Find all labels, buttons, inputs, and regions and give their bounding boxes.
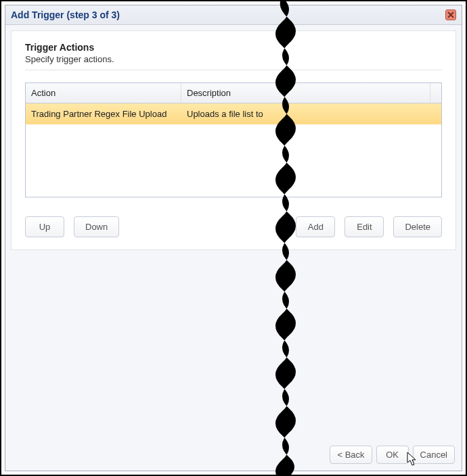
dialog-footer: < Back OK Cancel — [330, 446, 455, 464]
back-button[interactable]: < Back — [330, 446, 372, 464]
col-header-action[interactable]: Action — [26, 83, 181, 103]
table-row[interactable]: Trading Partner Regex File Upload Upload… — [26, 103, 441, 124]
cancel-button[interactable]: Cancel — [413, 446, 455, 464]
col-header-description[interactable]: Description — [181, 83, 430, 103]
col-header-spacer — [430, 83, 441, 103]
dialog-title: Add Trigger (step 3 of 3) — [11, 9, 120, 20]
cell-description: Uploads a file list to — [181, 103, 441, 124]
delete-button[interactable]: Delete — [393, 216, 442, 237]
section-title: Trigger Actions — [25, 42, 442, 53]
trigger-actions-panel: Trigger Actions Specify trigger actions.… — [11, 30, 456, 250]
section-header: Trigger Actions Specify trigger actions. — [25, 42, 442, 70]
screenshot-frame: Add Trigger (step 3 of 3) Trigger Action… — [0, 0, 467, 476]
close-icon — [447, 11, 454, 18]
ok-button[interactable]: OK — [376, 446, 409, 464]
table-header: Action Description — [26, 83, 441, 103]
close-button[interactable] — [445, 9, 456, 20]
add-button[interactable]: Add — [296, 216, 335, 237]
dialog-titlebar: Add Trigger (step 3 of 3) — [5, 5, 462, 25]
up-button[interactable]: Up — [25, 216, 64, 237]
table-button-row: Up Down Add Edit Delete — [25, 216, 442, 237]
spacer — [129, 216, 286, 237]
actions-table: Action Description Trading Partner Regex… — [25, 82, 442, 197]
add-trigger-dialog: Add Trigger (step 3 of 3) Trigger Action… — [5, 5, 462, 471]
dialog-body: Trigger Actions Specify trigger actions.… — [5, 25, 462, 471]
edit-button[interactable]: Edit — [344, 216, 384, 237]
cell-action: Trading Partner Regex File Upload — [26, 103, 181, 124]
section-subtitle: Specify trigger actions. — [25, 54, 442, 64]
down-button[interactable]: Down — [74, 216, 119, 237]
